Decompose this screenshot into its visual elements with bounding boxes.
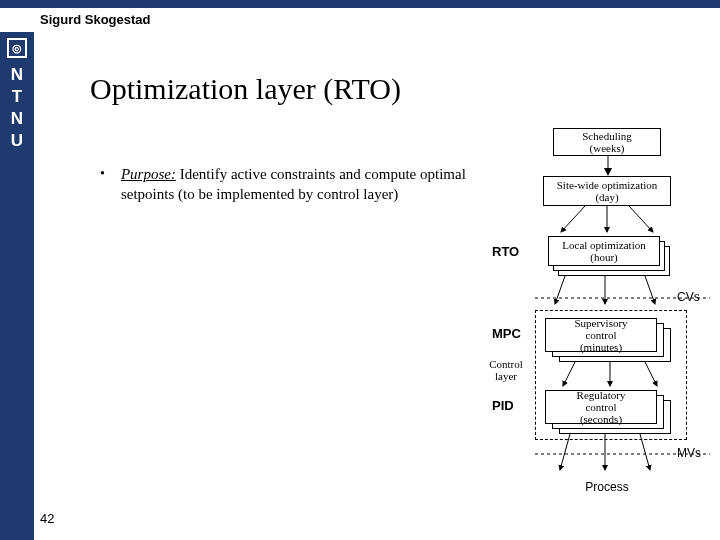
ntnu-letter: U (11, 130, 23, 152)
process-label: Process (577, 480, 637, 494)
ntnu-letter: N (11, 64, 23, 86)
mpc-tag: MPC (492, 326, 521, 341)
regulatory-box: Regulatorycontrol(seconds) (545, 390, 657, 424)
slide-number: 42 (40, 511, 54, 526)
control-hierarchy-diagram: Scheduling(weeks) Site-wide optimization… (495, 128, 710, 528)
arrows-fan-icon (495, 206, 705, 236)
regulatory-stack: Regulatorycontrol(seconds) (545, 390, 670, 430)
local-opt-box: Local optimization(hour) (548, 236, 660, 266)
sitewide-box: Site-wide optimization(day) (543, 176, 671, 206)
author-name: Sigurd Skogestad (40, 12, 151, 27)
slide-title: Optimization layer (RTO) (90, 72, 401, 106)
ntnu-letter: N (11, 108, 23, 130)
bullet-marker: • (100, 164, 105, 205)
svg-line-9 (563, 362, 575, 386)
ntnu-logo-icon: ◎ (7, 38, 27, 58)
supervisory-box: Supervisorycontrol(minutes) (545, 318, 657, 352)
ntnu-sidebar: ◎ N T N U (0, 32, 34, 540)
supervisory-stack: Supervisorycontrol(minutes) (545, 318, 670, 358)
arrows-dashed-icon (535, 276, 710, 308)
header-bar (0, 0, 720, 8)
svg-line-14 (640, 434, 650, 470)
arrows-mvs-icon (535, 434, 710, 474)
arrow-icon (607, 156, 609, 176)
body-text: • Purpose: Identify active constraints a… (100, 164, 480, 205)
pid-tag: PID (492, 398, 514, 413)
svg-line-11 (645, 362, 657, 386)
ntnu-letter: T (11, 86, 23, 108)
ntnu-letters: N T N U (11, 64, 23, 152)
purpose-lead: Purpose: (121, 166, 176, 182)
local-opt-stack: Local optimization(hour) (548, 236, 673, 276)
arrows-sr-icon (545, 362, 685, 390)
scheduling-box: Scheduling(weeks) (553, 128, 661, 156)
svg-line-12 (560, 434, 570, 470)
svg-line-4 (629, 206, 653, 232)
svg-line-2 (561, 206, 585, 232)
svg-line-5 (555, 276, 565, 304)
control-layer-label: Controllayer (481, 358, 531, 382)
bullet-content: Purpose: Identify active constraints and… (121, 164, 480, 205)
rto-tag: RTO (492, 244, 519, 259)
svg-marker-1 (604, 168, 612, 176)
svg-line-7 (645, 276, 655, 304)
